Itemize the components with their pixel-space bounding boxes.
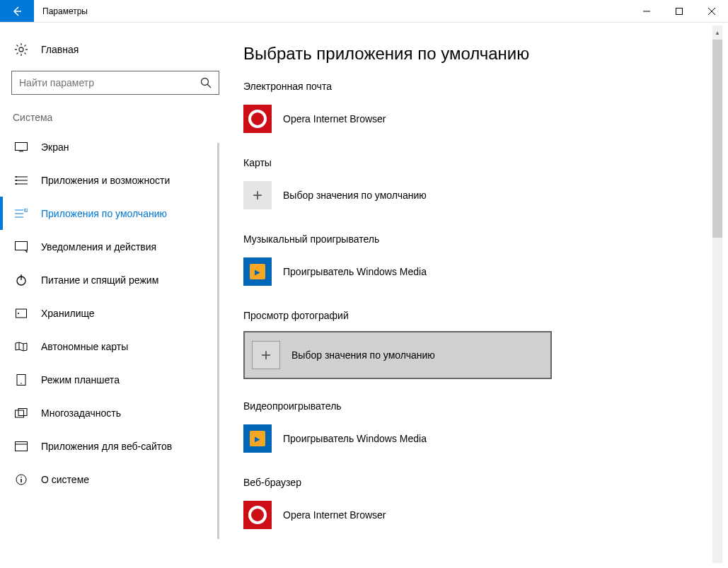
app-name: Opera Internet Browser [283, 509, 386, 521]
default-apps-icon [14, 207, 28, 221]
window-controls [630, 0, 728, 22]
map-icon [14, 340, 28, 354]
window-title: Параметры [34, 0, 630, 22]
content-scrollbar[interactable]: ▲ [712, 25, 722, 563]
svg-point-6 [16, 183, 17, 185]
minimize-button[interactable] [630, 0, 663, 22]
sidebar-item-label: Экран [41, 141, 69, 153]
search-input[interactable] [11, 71, 219, 95]
default-app-email[interactable]: Opera Internet Browser [243, 102, 700, 136]
svg-rect-8 [16, 241, 28, 250]
svg-rect-3 [16, 142, 28, 150]
section-email-label: Электронная почта [243, 81, 700, 92]
sidebar-item-label: Приложения и возможности [41, 175, 170, 186]
storage-icon [14, 306, 28, 320]
multitasking-icon [14, 406, 28, 420]
default-app-photo[interactable]: + Выбор значения по умолчанию [243, 331, 552, 379]
app-name: Opera Internet Browser [283, 113, 386, 124]
tablet-icon [14, 373, 28, 387]
sidebar-item-power[interactable]: Питание и спящий режим [0, 263, 219, 296]
sidebar-item-label: Автономные карты [41, 341, 128, 352]
sidebar-group-header: Система [0, 106, 219, 130]
opera-icon [243, 105, 272, 133]
app-name: Проигрыватель Windows Media [283, 266, 427, 277]
default-app-browser[interactable]: Opera Internet Browser [243, 498, 700, 532]
sidebar-item-label: Многозадачность [41, 407, 121, 419]
sidebar-item-about[interactable]: О системе [0, 463, 219, 496]
power-icon [14, 273, 28, 287]
sidebar-item-label: Уведомления и действия [41, 241, 156, 253]
svg-rect-7 [25, 209, 28, 211]
gear-icon [14, 42, 28, 57]
web-apps-icon [14, 439, 28, 453]
home-label: Главная [41, 44, 79, 55]
app-name: Проигрыватель Windows Media [283, 433, 427, 444]
sidebar-item-storage[interactable]: Хранилище [0, 296, 219, 330]
scroll-up-icon[interactable]: ▲ [712, 27, 722, 38]
plus-icon: + [252, 341, 280, 369]
wmp-icon [243, 257, 272, 286]
svg-point-4 [16, 176, 17, 178]
default-app-video[interactable]: Проигрыватель Windows Media [243, 422, 700, 456]
plus-icon: + [243, 181, 272, 209]
opera-icon [243, 501, 272, 529]
search-field[interactable] [19, 77, 200, 88]
svg-point-11 [18, 313, 19, 314]
svg-rect-16 [16, 441, 28, 451]
section-maps-label: Карты [243, 157, 700, 168]
content-area: Выбрать приложения по умолчанию Электрон… [219, 23, 728, 568]
sidebar-item-label: Приложения для веб-сайтов [41, 441, 172, 452]
display-icon [14, 140, 28, 154]
search-icon [200, 77, 212, 88]
section-browser-label: Веб-браузер [243, 477, 700, 488]
svg-rect-10 [16, 309, 27, 318]
app-name: Выбор значения по умолчанию [291, 349, 435, 361]
sidebar-item-offline-maps[interactable]: Автономные карты [0, 330, 219, 363]
svg-point-1 [19, 47, 23, 52]
sidebar-item-label: Режим планшета [41, 374, 120, 386]
sidebar-item-tablet-mode[interactable]: Режим планшета [0, 363, 219, 396]
sidebar-item-web-apps[interactable]: Приложения для веб-сайтов [0, 429, 219, 463]
sidebar: Главная Система Экран Приложения и возмо… [0, 23, 219, 568]
sidebar-item-label: О системе [41, 474, 89, 485]
info-icon [14, 473, 28, 487]
sidebar-item-label: Приложения по умолчанию [41, 208, 167, 219]
wmp-icon [243, 424, 272, 453]
maximize-button[interactable] [663, 0, 695, 22]
default-app-music[interactable]: Проигрыватель Windows Media [243, 255, 700, 289]
svg-rect-15 [18, 408, 27, 415]
page-title: Выбрать приложения по умолчанию [243, 44, 700, 64]
section-photo-label: Просмотр фотографий [243, 310, 700, 321]
sidebar-item-display[interactable]: Экран [0, 130, 219, 163]
section-music-label: Музыкальный проигрыватель [243, 233, 700, 245]
apps-icon [14, 173, 28, 187]
close-button[interactable] [695, 0, 728, 22]
home-button[interactable]: Главная [0, 37, 219, 62]
sidebar-item-multitasking[interactable]: Многозадачность [0, 396, 219, 429]
scrollbar-thumb[interactable] [712, 40, 722, 238]
default-app-maps[interactable]: + Выбор значения по умолчанию [243, 178, 700, 212]
sidebar-item-default-apps[interactable]: Приложения по умолчанию [0, 197, 219, 230]
titlebar: Параметры [0, 0, 728, 23]
sidebar-item-notifications[interactable]: Уведомления и действия [0, 230, 219, 263]
sidebar-item-label: Питание и спящий режим [41, 274, 158, 286]
sidebar-item-apps-features[interactable]: Приложения и возможности [0, 163, 219, 197]
section-video-label: Видеопроигрыватель [243, 400, 700, 412]
sidebar-item-label: Хранилище [41, 308, 95, 319]
notifications-icon [14, 240, 28, 254]
svg-point-5 [16, 180, 17, 181]
back-button[interactable] [0, 0, 34, 22]
app-name: Выбор значения по умолчанию [283, 190, 427, 201]
svg-rect-14 [16, 410, 24, 417]
arrow-left-icon [11, 6, 23, 17]
svg-rect-0 [676, 8, 683, 14]
svg-point-13 [21, 383, 22, 384]
